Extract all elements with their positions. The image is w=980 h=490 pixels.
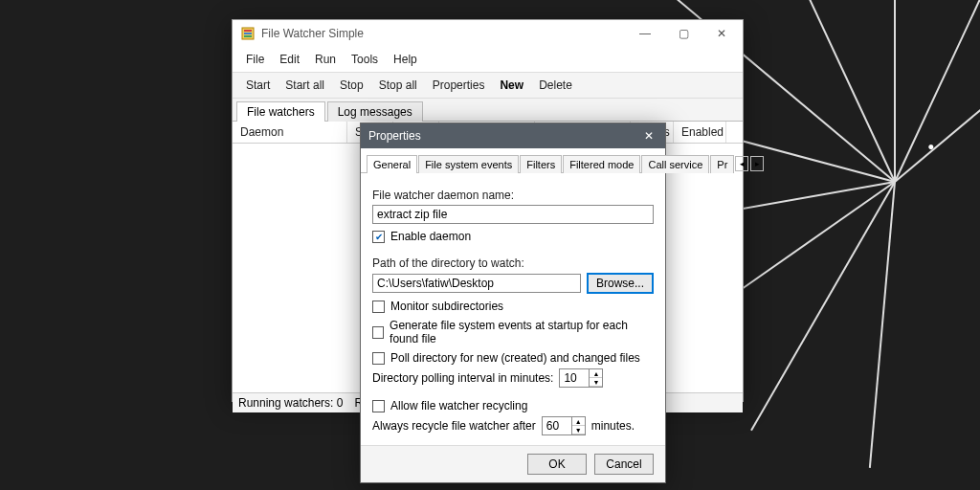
- poll-interval-input[interactable]: [559, 368, 590, 388]
- browse-button[interactable]: Browse...: [587, 273, 654, 294]
- spin-up-icon[interactable]: ▲: [572, 417, 585, 426]
- spin-up-icon[interactable]: ▲: [590, 369, 602, 378]
- recycle-after-input[interactable]: [542, 416, 572, 435]
- spin-down-icon[interactable]: ▼: [572, 426, 585, 434]
- menubar: FileEditRunToolsHelp: [233, 47, 743, 73]
- properties-dialog: Properties ✕ GeneralFile system eventsFi…: [360, 122, 666, 483]
- cancel-button[interactable]: Cancel: [594, 454, 654, 475]
- enable-daemon-checkbox[interactable]: ✔: [372, 231, 385, 243]
- menu-tools[interactable]: Tools: [344, 50, 386, 69]
- svg-rect-3: [244, 35, 252, 37]
- path-label: Path of the directory to watch:: [372, 256, 654, 270]
- dialog-title: Properties: [368, 129, 635, 143]
- monitor-subdirs-label: Monitor subdirectories: [390, 300, 503, 313]
- tool-stop[interactable]: Stop: [332, 76, 371, 95]
- daemon-name-label: File watcher daemon name:: [372, 189, 654, 202]
- dlg-tab-filters[interactable]: Filters: [520, 155, 562, 173]
- col-daemon[interactable]: Daemon: [233, 122, 347, 143]
- poll-checkbox[interactable]: [372, 352, 385, 365]
- tool-properties[interactable]: Properties: [425, 76, 493, 95]
- minimize-button[interactable]: —: [626, 21, 664, 46]
- poll-interval-label: Directory polling interval in minutes:: [372, 371, 553, 385]
- svg-rect-2: [244, 33, 252, 34]
- dlg-tab-general[interactable]: General: [367, 155, 417, 173]
- poll-label: Poll directory for new (created) and cha…: [390, 351, 640, 365]
- dialog-titlebar[interactable]: Properties ✕: [361, 123, 665, 148]
- gen-events-checkbox[interactable]: [372, 326, 384, 339]
- menu-edit[interactable]: Edit: [272, 50, 307, 69]
- toolbar: StartStart allStopStop allPropertiesNewD…: [233, 73, 743, 99]
- dlg-tab-filtered-mode[interactable]: Filtered mode: [563, 155, 640, 173]
- menu-help[interactable]: Help: [386, 50, 425, 69]
- dialog-close-button[interactable]: ✕: [635, 123, 663, 148]
- tool-delete[interactable]: Delete: [531, 76, 580, 95]
- monitor-subdirs-checkbox[interactable]: [372, 301, 385, 313]
- close-button[interactable]: ✕: [702, 21, 741, 46]
- tab-arrow-left-icon[interactable]: ◂: [735, 156, 748, 171]
- allow-recycle-checkbox[interactable]: [372, 400, 385, 412]
- dialog-body: File watcher daemon name: ✔ Enable daemo…: [361, 173, 665, 445]
- menu-file[interactable]: File: [238, 50, 272, 69]
- dialog-tabs: GeneralFile system eventsFiltersFiltered…: [361, 148, 665, 173]
- daemon-name-input[interactable]: [372, 205, 654, 224]
- gen-events-label: Generate file system events at startup f…: [390, 319, 654, 345]
- svg-rect-1: [244, 30, 252, 32]
- col-enabled[interactable]: Enabled: [674, 122, 726, 143]
- main-title: File Watcher Simple: [261, 27, 626, 40]
- app-icon: [240, 26, 256, 41]
- dialog-footer: OK Cancel: [361, 445, 665, 482]
- maximize-button[interactable]: ▢: [664, 21, 702, 46]
- tool-stop-all[interactable]: Stop all: [371, 76, 425, 95]
- recycle-after-label: Always recycle file watcher after: [372, 419, 536, 433]
- status-running: Running watchers: 0: [238, 396, 343, 410]
- tool-start-all[interactable]: Start all: [278, 76, 332, 95]
- tab-log-messages[interactable]: Log messages: [327, 101, 423, 122]
- main-tabs: File watchersLog messages: [233, 99, 743, 122]
- allow-recycle-label: Allow file watcher recycling: [390, 399, 527, 412]
- recycle-after-units: minutes.: [591, 419, 635, 433]
- tool-start[interactable]: Start: [238, 76, 278, 95]
- tab-arrow-right-icon[interactable]: ▸: [750, 156, 764, 171]
- enable-daemon-label: Enable daemon: [390, 230, 471, 243]
- main-titlebar[interactable]: File Watcher Simple — ▢ ✕: [233, 20, 743, 47]
- tab-file-watchers[interactable]: File watchers: [236, 101, 325, 122]
- dlg-tab-file-system-events[interactable]: File system events: [418, 155, 519, 173]
- ok-button[interactable]: OK: [527, 454, 587, 475]
- spin-down-icon[interactable]: ▼: [590, 378, 602, 387]
- dlg-tab-call-service[interactable]: Call service: [641, 155, 709, 173]
- tool-new[interactable]: New: [492, 76, 531, 95]
- recycle-after-spinner[interactable]: ▲▼: [542, 416, 586, 435]
- dlg-tab-pr[interactable]: Pr: [710, 155, 734, 173]
- path-input[interactable]: [372, 274, 581, 293]
- poll-interval-spinner[interactable]: ▲▼: [559, 368, 603, 388]
- menu-run[interactable]: Run: [307, 50, 344, 69]
